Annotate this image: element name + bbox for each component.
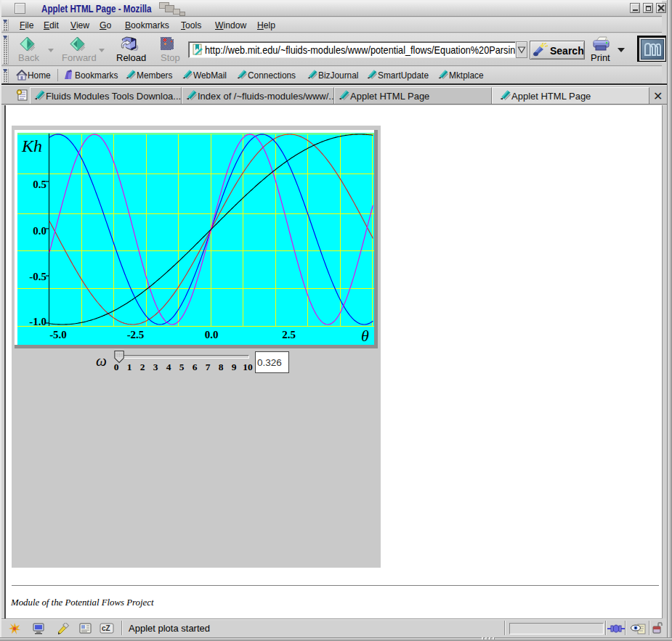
svg-text:0.0: 0.0 xyxy=(205,329,219,340)
svg-text:-5.0: -5.0 xyxy=(49,329,67,340)
svg-text:-1.0: -1.0 xyxy=(29,316,46,327)
svg-text:Kh: Kh xyxy=(21,136,42,155)
svg-text:2.5: 2.5 xyxy=(282,329,296,340)
svg-text:cZ: cZ xyxy=(102,624,110,632)
svg-text:θ: θ xyxy=(361,327,369,345)
svg-text:-0.5: -0.5 xyxy=(29,271,46,282)
svg-text:-2.5: -2.5 xyxy=(127,329,145,340)
svg-text:0.5: 0.5 xyxy=(33,179,46,190)
svg-text:0.0: 0.0 xyxy=(33,225,46,237)
